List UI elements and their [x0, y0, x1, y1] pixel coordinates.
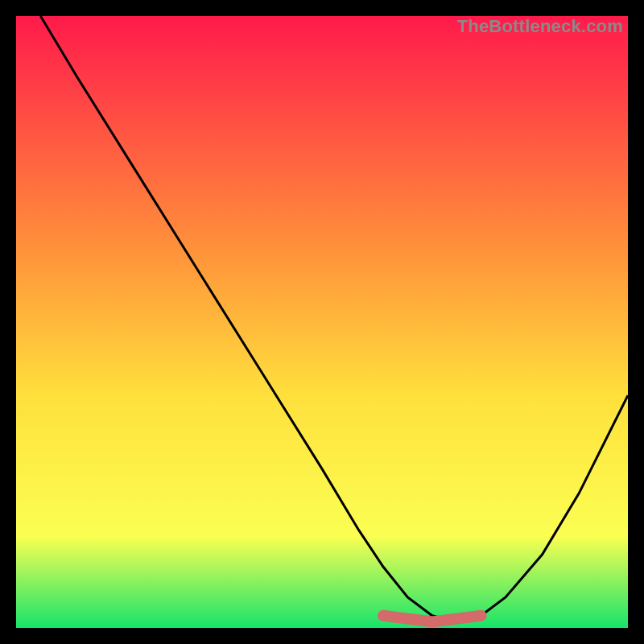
flat-minimum-marker	[383, 616, 481, 622]
watermark-label: TheBottleneck.com	[457, 16, 623, 37]
flat-minimum-path	[383, 616, 481, 622]
chart-svg	[16, 16, 628, 628]
chart-frame: TheBottleneck.com	[16, 16, 628, 628]
gradient-background	[16, 16, 628, 628]
